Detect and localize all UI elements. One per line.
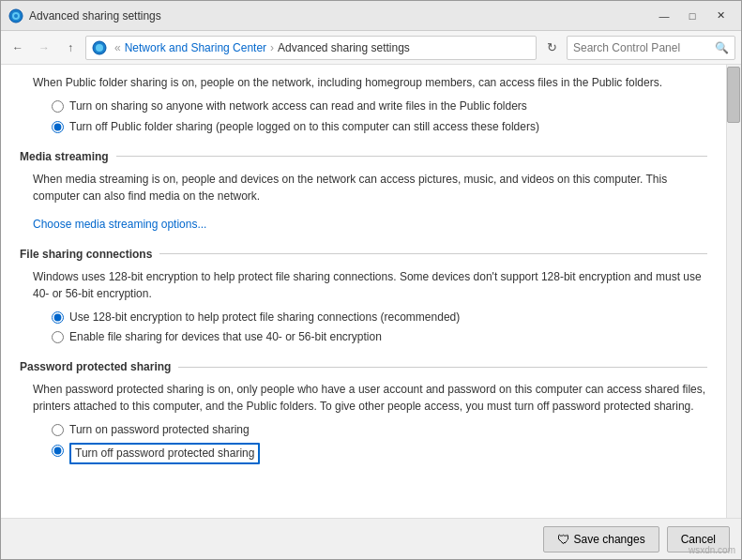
media-streaming-title: Media streaming xyxy=(20,150,109,163)
maximize-button[interactable]: □ xyxy=(679,6,705,26)
public-folder-desc: When Public folder sharing is on, people… xyxy=(33,74,707,91)
radio-128bit-label: Use 128-bit encryption to help protect f… xyxy=(69,310,460,325)
radio-turn-on-sharing-input[interactable] xyxy=(52,100,64,113)
minimize-button[interactable]: — xyxy=(651,6,677,26)
radio-40-56bit-input[interactable] xyxy=(52,331,64,343)
radio-turn-on-sharing-label: Turn on sharing so anyone with network a… xyxy=(69,98,527,114)
address-bar: ← → ↑ « Network and Sharing Center › Adv… xyxy=(1,31,741,65)
radio-turn-off-password-label: Turn off password protected sharing xyxy=(75,446,254,462)
window-controls: — □ ✕ xyxy=(651,6,734,26)
footer: 🛡 Save changes Cancel xyxy=(1,518,741,559)
section-public-folder: When Public folder sharing is on, people… xyxy=(20,74,707,135)
password-sharing-line xyxy=(178,367,707,368)
breadcrumb: « Network and Sharing Center › Advanced … xyxy=(85,36,537,60)
scrollbar[interactable] xyxy=(726,65,741,518)
main-window: Advanced sharing settings — □ ✕ ← → ↑ « … xyxy=(0,0,742,560)
radio-128bit: Use 128-bit encryption to help protect f… xyxy=(33,310,707,325)
title-bar: Advanced sharing settings — □ ✕ xyxy=(1,1,741,31)
forward-button[interactable]: → xyxy=(33,37,55,59)
public-folder-body: When Public folder sharing is on, people… xyxy=(20,74,707,135)
save-changes-label: Save changes xyxy=(574,533,645,546)
radio-40-56bit: Enable file sharing for devices that use… xyxy=(33,329,707,345)
section-password-sharing: Password protected sharing When password… xyxy=(20,360,707,464)
breadcrumb-arrow: › xyxy=(270,41,274,54)
media-streaming-body: When media streaming is on, people and d… xyxy=(20,171,707,233)
radio-turn-off-public-input[interactable] xyxy=(52,121,64,133)
save-changes-button[interactable]: 🛡 Save changes xyxy=(543,526,659,552)
file-sharing-title: File sharing connections xyxy=(20,248,152,261)
radio-turn-off-public-label: Turn off Public folder sharing (people l… xyxy=(69,119,539,135)
shield-icon: 🛡 xyxy=(557,532,570,547)
file-sharing-body: Windows uses 128-bit encryption to help … xyxy=(20,268,707,346)
radio-turn-on-password-input[interactable] xyxy=(52,424,64,436)
window-title: Advanced sharing settings xyxy=(29,9,651,23)
scrollbar-track[interactable] xyxy=(727,65,741,518)
radio-turn-off-public: Turn off Public folder sharing (people l… xyxy=(33,119,707,135)
search-button[interactable]: 🔍 xyxy=(715,41,729,54)
back-button[interactable]: ← xyxy=(7,37,29,59)
breadcrumb-icon xyxy=(92,40,111,55)
watermark: wsxdn.com xyxy=(689,545,735,555)
breadcrumb-sep1: « xyxy=(114,41,121,54)
refresh-button[interactable]: ↻ xyxy=(540,37,563,59)
radio-turn-on-password: Turn on password protected sharing xyxy=(33,422,707,438)
media-streaming-link[interactable]: Choose media streaming options... xyxy=(33,216,206,233)
close-button[interactable]: ✕ xyxy=(707,6,734,26)
up-button[interactable]: ↑ xyxy=(59,37,82,59)
section-media-streaming: Media streaming When media streaming is … xyxy=(20,150,707,233)
search-input[interactable] xyxy=(573,41,715,54)
file-sharing-desc: Windows uses 128-bit encryption to help … xyxy=(33,268,707,302)
file-sharing-line xyxy=(159,253,707,254)
content-area: When Public folder sharing is on, people… xyxy=(1,65,726,518)
section-file-sharing: File sharing connections Windows uses 12… xyxy=(20,248,707,346)
radio-turn-off-password-input[interactable] xyxy=(52,445,64,457)
radio-turn-off-password: Turn off password protected sharing xyxy=(33,443,707,464)
svg-point-2 xyxy=(14,14,18,18)
breadcrumb-network[interactable]: Network and Sharing Center xyxy=(125,41,266,54)
password-sharing-body: When password protected sharing is on, o… xyxy=(20,381,707,464)
radio-turn-on-sharing: Turn on sharing so anyone with network a… xyxy=(33,98,707,114)
scrollbar-thumb[interactable] xyxy=(727,67,740,123)
media-streaming-desc: When media streaming is on, people and d… xyxy=(33,171,707,204)
password-sharing-header: Password protected sharing xyxy=(20,360,707,373)
media-streaming-line xyxy=(116,156,707,157)
password-sharing-desc: When password protected sharing is on, o… xyxy=(33,381,707,415)
password-sharing-title: Password protected sharing xyxy=(20,360,171,373)
svg-point-4 xyxy=(96,44,103,52)
title-icon xyxy=(8,8,23,23)
radio-128bit-input[interactable] xyxy=(52,311,64,324)
search-bar[interactable]: 🔍 xyxy=(567,36,735,60)
breadcrumb-current: Advanced sharing settings xyxy=(278,41,410,54)
radio-40-56bit-label: Enable file sharing for devices that use… xyxy=(69,329,382,345)
main-content: When Public folder sharing is on, people… xyxy=(1,65,741,518)
radio-turn-on-password-label: Turn on password protected sharing xyxy=(69,422,250,438)
file-sharing-header: File sharing connections xyxy=(20,248,707,261)
media-streaming-header: Media streaming xyxy=(20,150,707,163)
